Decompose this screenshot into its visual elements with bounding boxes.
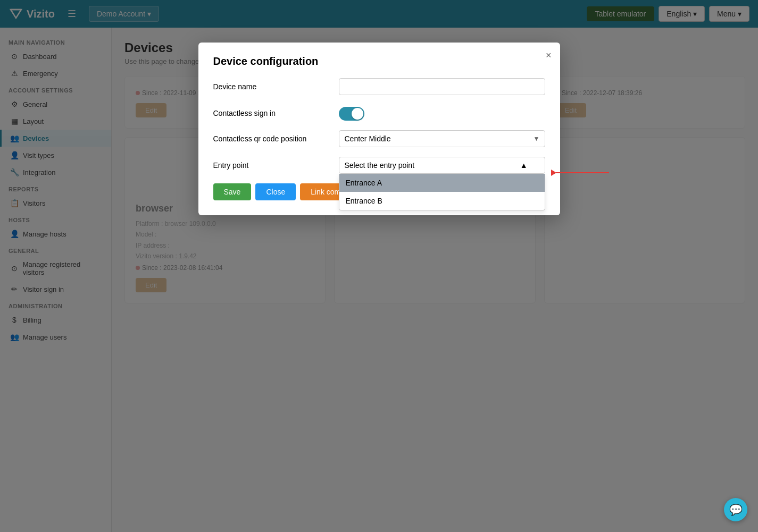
device-name-input[interactable] — [339, 78, 545, 95]
qr-position-row: Contactless qr code position Center Midd… — [213, 130, 545, 147]
entry-point-dropdown: Entrance A Entrance B — [339, 174, 545, 210]
entry-option-entrance-a[interactable]: Entrance A — [339, 174, 545, 192]
toggle-wrap — [339, 105, 364, 121]
entry-select-arrow-icon: ▲ — [520, 161, 528, 170]
device-name-row: Device name — [213, 78, 545, 95]
device-name-label: Device name — [213, 78, 330, 91]
entry-point-select-trigger[interactable]: Select the entry point ▲ — [339, 157, 545, 174]
toggle-knob — [352, 108, 363, 120]
entry-option-entrance-b[interactable]: Entrance B — [339, 192, 545, 210]
modal-overlay: Device configuration × Device name Conta… — [0, 0, 758, 532]
entry-point-row: Entry point Select the entry point ▲ Ent… — [213, 157, 545, 174]
modal-title: Device configuration — [213, 55, 545, 67]
entry-point-label: Entry point — [213, 157, 330, 170]
device-name-wrap — [339, 78, 545, 95]
contactless-signin-label: Contactless sign in — [213, 105, 330, 117]
qr-position-label: Contactless qr code position — [213, 130, 330, 143]
chat-bubble-button[interactable]: 💬 — [724, 498, 747, 521]
device-configuration-modal: Device configuration × Device name Conta… — [198, 43, 560, 215]
contactless-signin-toggle[interactable] — [339, 107, 364, 121]
save-button[interactable]: Save — [213, 183, 252, 200]
chat-bubble-icon: 💬 — [729, 503, 743, 516]
contactless-signin-row: Contactless sign in — [213, 105, 545, 121]
qr-position-wrap: Center Middle ▼ — [339, 130, 545, 147]
modal-close-button[interactable]: × — [546, 50, 552, 61]
close-button[interactable]: Close — [255, 183, 296, 200]
entry-point-wrap: Select the entry point ▲ Entrance A Entr… — [339, 157, 545, 174]
red-arrow-indicator — [552, 170, 609, 176]
qr-position-select[interactable]: Center Middle — [339, 130, 545, 147]
